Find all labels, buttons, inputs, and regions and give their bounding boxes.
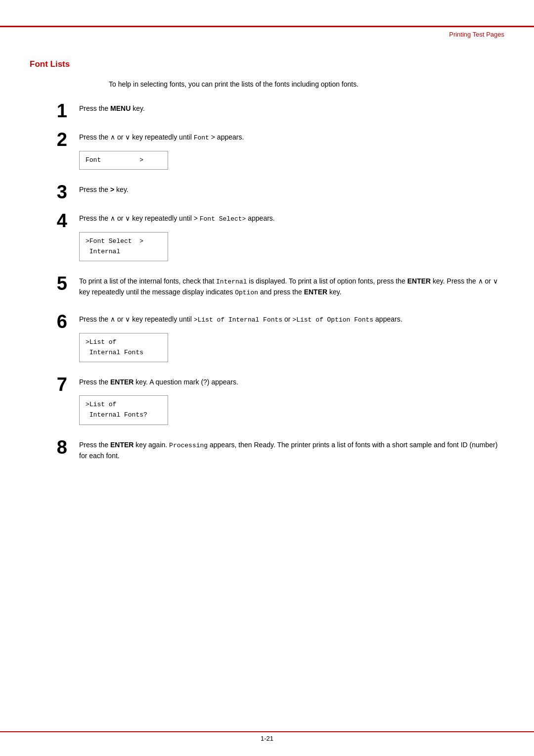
step-5-content: To print a list of the internal fonts, c…	[79, 274, 504, 302]
step-4-text: Press the ∧ or ∨ key repeatedly until > …	[79, 213, 504, 224]
step-number-2: 2	[30, 130, 79, 149]
step-number-7: 7	[30, 375, 79, 394]
step-3: 3 Press the > key.	[30, 183, 504, 201]
step-7-content: Press the ENTER key. A question mark (?)…	[79, 375, 504, 428]
step-8: 8 Press the ENTER key again. Processing …	[30, 438, 504, 466]
step-7-code-box: >List of Internal Fonts?	[79, 395, 168, 425]
step-number-8: 8	[30, 438, 79, 457]
step-2-content: Press the ∧ or ∨ key repeatedly until Fo…	[79, 130, 504, 173]
intro-text: To help in selecting fonts, you can prin…	[109, 79, 504, 90]
step-5: 5 To print a list of the internal fonts,…	[30, 274, 504, 302]
step-7-text: Press the ENTER key. A question mark (?)…	[79, 377, 504, 387]
step-4: 4 Press the ∧ or ∨ key repeatedly until …	[30, 211, 504, 264]
step-8-text: Press the ENTER key again. Processing ap…	[79, 440, 504, 461]
step-3-text: Press the > key.	[79, 185, 504, 195]
page-number: 1-21	[261, 735, 273, 742]
header-section-label: Printing Test Pages	[449, 31, 504, 38]
step-2: 2 Press the ∧ or ∨ key repeatedly until …	[30, 130, 504, 173]
step-1: 1 Press the MENU key.	[30, 101, 504, 120]
step-6: 6 Press the ∧ or ∨ key repeatedly until …	[30, 312, 504, 365]
step-number-5: 5	[30, 274, 79, 293]
step-4-code-box: >Font Select > Internal	[79, 232, 168, 262]
step-6-code-box: >List of Internal Fonts	[79, 333, 168, 363]
step-number-3: 3	[30, 183, 79, 201]
step-1-content: Press the MENU key.	[79, 101, 504, 119]
step-8-content: Press the ENTER key again. Processing ap…	[79, 438, 504, 466]
step-6-content: Press the ∧ or ∨ key repeatedly until >L…	[79, 312, 504, 365]
step-4-content: Press the ∧ or ∨ key repeatedly until > …	[79, 211, 504, 264]
steps-container: 1 Press the MENU key. 2 Press the ∧ or ∨…	[30, 101, 504, 466]
step-number-4: 4	[30, 211, 79, 230]
content-area: Font Lists To help in selecting fonts, y…	[30, 59, 504, 476]
step-2-text: Press the ∧ or ∨ key repeatedly until Fo…	[79, 132, 504, 143]
step-5-text: To print a list of the internal fonts, c…	[79, 276, 504, 297]
step-6-text: Press the ∧ or ∨ key repeatedly until >L…	[79, 314, 504, 325]
top-rule	[0, 26, 534, 27]
step-3-content: Press the > key.	[79, 183, 504, 200]
step-7: 7 Press the ENTER key. A question mark (…	[30, 375, 504, 428]
step-number-1: 1	[30, 101, 79, 120]
step-number-6: 6	[30, 312, 79, 331]
step-2-code-box: Font >	[79, 151, 168, 170]
step-1-text: Press the MENU key.	[79, 103, 504, 114]
bottom-rule	[0, 731, 534, 732]
section-title: Font Lists	[30, 59, 504, 69]
